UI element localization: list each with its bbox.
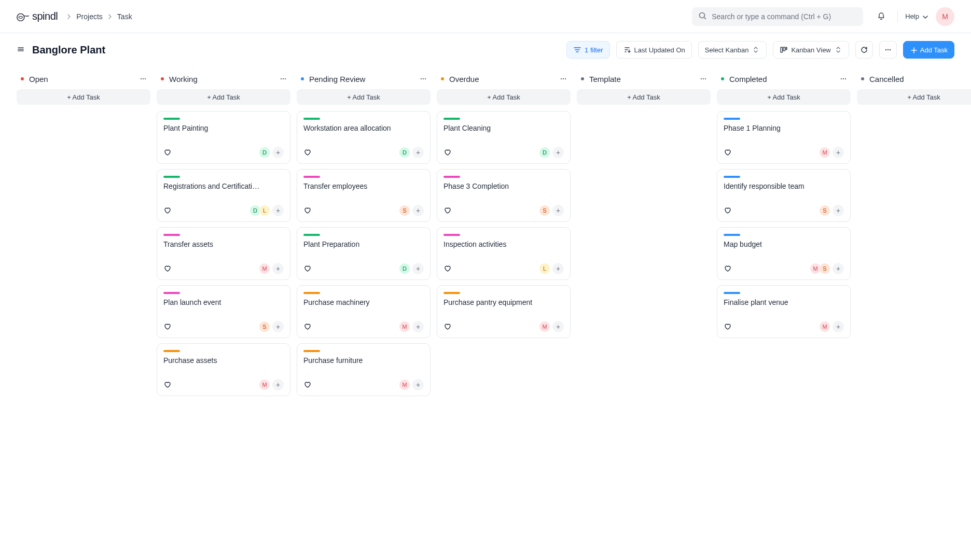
assignee-avatar[interactable]: D xyxy=(399,263,410,274)
add-assignee-button[interactable]: + xyxy=(833,205,844,216)
user-avatar[interactable]: M xyxy=(936,7,954,26)
task-card[interactable]: Plant PreparationD+ xyxy=(297,227,431,280)
add-assignee-button[interactable]: + xyxy=(552,205,564,216)
help-menu[interactable]: Help xyxy=(905,12,928,20)
assignee-avatar[interactable]: S xyxy=(819,263,830,274)
view-select[interactable]: Kanban View xyxy=(773,41,849,59)
like-button[interactable] xyxy=(303,381,312,389)
more-button[interactable] xyxy=(879,41,897,59)
task-card[interactable]: Plant PaintingD+ xyxy=(157,111,290,164)
like-button[interactable] xyxy=(163,206,172,215)
add-assignee-button[interactable]: + xyxy=(552,321,564,332)
like-button[interactable] xyxy=(443,323,452,331)
add-assignee-button[interactable]: + xyxy=(833,147,844,158)
task-card[interactable]: Identify responsible teamS+ xyxy=(717,169,851,222)
search-input[interactable] xyxy=(712,12,857,21)
like-button[interactable] xyxy=(443,264,452,273)
logo[interactable]: spindl xyxy=(16,10,58,23)
column-menu-button[interactable] xyxy=(419,75,427,83)
task-card[interactable]: Purchase pantry equipmentM+ xyxy=(437,285,571,338)
task-card[interactable]: Map budgetMS+ xyxy=(717,227,851,280)
task-card[interactable]: Finalise plant venueM+ xyxy=(717,285,851,338)
column-add-task[interactable]: + Add Task xyxy=(297,89,431,105)
column-menu-button[interactable] xyxy=(699,75,708,83)
assignee-avatar[interactable]: D xyxy=(259,147,270,158)
add-assignee-button[interactable]: + xyxy=(412,263,424,274)
assignee-avatar[interactable]: M xyxy=(399,321,410,332)
like-button[interactable] xyxy=(724,264,732,273)
like-button[interactable] xyxy=(163,148,172,157)
like-button[interactable] xyxy=(724,148,732,157)
assignee-avatar[interactable]: M xyxy=(819,321,830,332)
task-card[interactable]: Phase 3 CompletionS+ xyxy=(437,169,571,222)
column-add-task[interactable]: + Add Task xyxy=(17,89,150,105)
add-task-button[interactable]: Add Task xyxy=(903,41,954,59)
like-button[interactable] xyxy=(303,264,312,273)
add-assignee-button[interactable]: + xyxy=(412,379,424,390)
column-add-task[interactable]: + Add Task xyxy=(157,89,290,105)
assignee-avatar[interactable]: M xyxy=(259,379,270,390)
assignee-avatar[interactable]: L xyxy=(539,263,550,274)
like-button[interactable] xyxy=(443,206,452,215)
add-assignee-button[interactable]: + xyxy=(412,321,424,332)
like-button[interactable] xyxy=(724,206,732,215)
column-add-task[interactable]: + Add Task xyxy=(717,89,851,105)
assignee-avatar[interactable]: L xyxy=(259,205,270,216)
like-button[interactable] xyxy=(303,206,312,215)
task-card[interactable]: Purchase assetsM+ xyxy=(157,343,290,396)
refresh-button[interactable] xyxy=(855,41,873,59)
column-menu-button[interactable] xyxy=(559,75,567,83)
task-card[interactable]: Transfer assetsM+ xyxy=(157,227,290,280)
like-button[interactable] xyxy=(724,323,732,331)
column-menu-button[interactable] xyxy=(279,75,287,83)
column-add-task[interactable]: + Add Task xyxy=(857,89,971,105)
add-assignee-button[interactable]: + xyxy=(552,147,564,158)
assignee-avatar[interactable]: S xyxy=(399,205,410,216)
assignee-avatar[interactable]: S xyxy=(259,321,270,332)
sort-button[interactable]: Last Updated On xyxy=(616,41,692,59)
column-add-task[interactable]: + Add Task xyxy=(437,89,571,105)
add-assignee-button[interactable]: + xyxy=(552,263,564,274)
column-add-task[interactable]: + Add Task xyxy=(577,89,711,105)
task-card[interactable]: Purchase machineryM+ xyxy=(297,285,431,338)
like-button[interactable] xyxy=(303,323,312,331)
sidebar-toggle-icon[interactable] xyxy=(17,45,26,54)
add-assignee-button[interactable]: + xyxy=(412,205,424,216)
column-menu-button[interactable] xyxy=(139,75,147,83)
assignee-avatar[interactable]: M xyxy=(259,263,270,274)
like-button[interactable] xyxy=(163,264,172,273)
task-card[interactable]: Workstation area allocationD+ xyxy=(297,111,431,164)
notifications-button[interactable] xyxy=(873,8,890,25)
task-card[interactable]: Plan launch eventS+ xyxy=(157,285,290,338)
like-button[interactable] xyxy=(163,381,172,389)
task-card[interactable]: Registrations and Certificati…DL+ xyxy=(157,169,290,222)
assignee-avatar[interactable]: M xyxy=(539,321,550,332)
assignee-avatar[interactable]: D xyxy=(539,147,550,158)
breadcrumb-projects[interactable]: Projects xyxy=(76,12,103,21)
add-assignee-button[interactable]: + xyxy=(272,263,284,274)
assignee-avatar[interactable]: M xyxy=(399,379,410,390)
add-assignee-button[interactable]: + xyxy=(272,147,284,158)
breadcrumb-task[interactable]: Task xyxy=(117,12,132,21)
assignee-avatar[interactable]: S xyxy=(819,205,830,216)
assignee-avatar[interactable]: S xyxy=(539,205,550,216)
search-box[interactable] xyxy=(692,7,863,26)
add-assignee-button[interactable]: + xyxy=(833,263,844,274)
assignee-avatar[interactable]: D xyxy=(399,147,410,158)
add-assignee-button[interactable]: + xyxy=(272,379,284,390)
assignee-avatar[interactable]: M xyxy=(819,147,830,158)
task-card[interactable]: Phase 1 PlanningM+ xyxy=(717,111,851,164)
add-assignee-button[interactable]: + xyxy=(833,321,844,332)
like-button[interactable] xyxy=(303,148,312,157)
like-button[interactable] xyxy=(443,148,452,157)
filter-button[interactable]: 1 filter xyxy=(566,41,609,59)
add-assignee-button[interactable]: + xyxy=(272,321,284,332)
task-card[interactable]: Inspection activitiesL+ xyxy=(437,227,571,280)
task-card[interactable]: Purchase furnitureM+ xyxy=(297,343,431,396)
add-assignee-button[interactable]: + xyxy=(412,147,424,158)
add-assignee-button[interactable]: + xyxy=(272,205,284,216)
task-card[interactable]: Plant CleaningD+ xyxy=(437,111,571,164)
column-menu-button[interactable] xyxy=(839,75,848,83)
grouping-select[interactable]: Select Kanban xyxy=(698,41,767,59)
task-card[interactable]: Transfer employeesS+ xyxy=(297,169,431,222)
